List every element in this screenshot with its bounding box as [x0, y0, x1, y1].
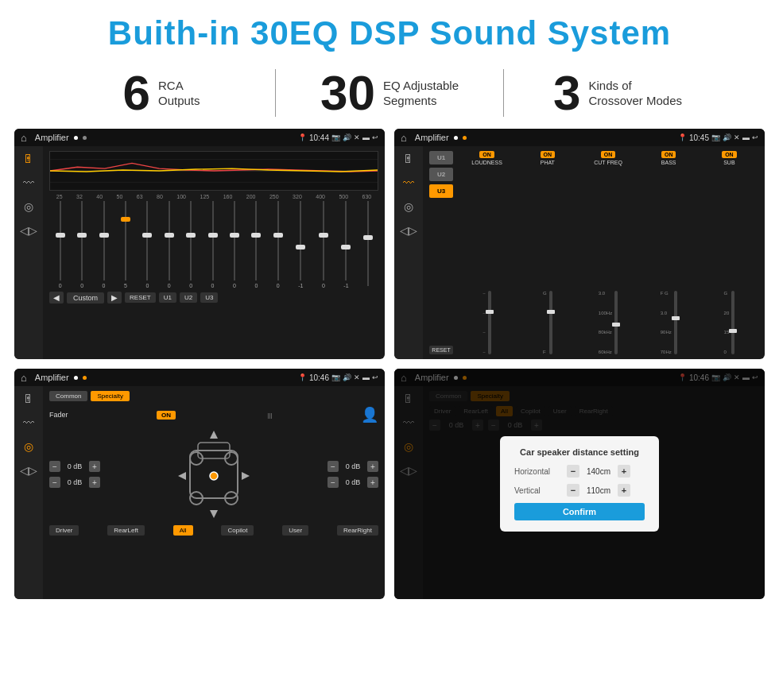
fader-minus-3[interactable]: − [327, 461, 339, 472]
xover-loudness-label: LOUDNESS [471, 160, 502, 165]
dialog-vertical-row: Vertical − 110cm + [514, 484, 645, 497]
xover-cutfreq-on[interactable]: ON [601, 151, 616, 158]
fader-db-val-4: 0 dB [342, 478, 364, 486]
back-icon-fader[interactable]: ↩ [372, 373, 378, 381]
xover-phat-track[interactable] [549, 291, 552, 354]
xover-sub-on[interactable]: ON [722, 151, 737, 158]
back-icon-xover[interactable]: ↩ [752, 133, 758, 141]
fader-tab-specialty[interactable]: Specialty [91, 391, 129, 401]
dialog-title: Car speaker distance setting [514, 447, 645, 457]
fader-all-button[interactable]: All [173, 525, 193, 536]
eq-slider-1[interactable]: 0 [59, 201, 62, 288]
eq-slider-3[interactable]: 0 [103, 201, 106, 288]
eq-slider-4[interactable]: 5 [124, 201, 127, 288]
nav-wave-icon[interactable]: 〰 [23, 176, 34, 189]
xover-bass-on[interactable]: ON [661, 151, 676, 158]
fader-tab-common[interactable]: Common [49, 391, 87, 401]
nav-eq-icon-xover[interactable]: 🎚 [403, 153, 414, 165]
dialog-horizontal-minus[interactable]: − [567, 465, 579, 478]
eq-reset-button[interactable]: RESET [125, 292, 156, 303]
nav-vol-icon-xover[interactable]: ◁▷ [400, 224, 417, 237]
xover-u3-button[interactable]: U3 [429, 184, 453, 198]
fader-minus-4[interactable]: − [327, 477, 339, 488]
xover-reset-button[interactable]: RESET [429, 346, 453, 354]
fader-car-area [107, 427, 321, 522]
camera-icon-eq: 📷 [331, 133, 340, 141]
eq-slider-12[interactable]: -1 [298, 201, 303, 288]
eq-u1-button[interactable]: U1 [159, 292, 176, 303]
app-label-eq: Amplifier [35, 133, 69, 142]
eq-u2-button[interactable]: U2 [180, 292, 197, 303]
xover-bass-thumb[interactable] [672, 316, 680, 320]
nav-eq-icon[interactable]: 🎚 [23, 153, 34, 165]
xover-phat-on[interactable]: ON [541, 151, 556, 158]
status-dot-eq [74, 136, 78, 140]
fader-rearright-button[interactable]: RearRight [337, 525, 378, 536]
dialog-horizontal-plus[interactable]: + [618, 465, 630, 478]
eq-slider-11[interactable]: 0 [277, 201, 280, 288]
eq-u3-button[interactable]: U3 [200, 292, 218, 303]
xover-sub-track[interactable] [731, 291, 734, 354]
eq-slider-5[interactable]: 0 [145, 201, 149, 288]
fader-plus-4[interactable]: + [367, 477, 378, 488]
eq-graph [49, 151, 378, 191]
fader-minus-2[interactable]: − [49, 477, 60, 488]
fader-plus-1[interactable]: + [89, 461, 100, 472]
xover-sub-thumb[interactable] [729, 329, 737, 333]
eq-slider-10[interactable]: 0 [254, 201, 258, 288]
xover-u1-button[interactable]: U1 [429, 151, 453, 164]
nav-speaker-icon[interactable]: ◎ [24, 200, 33, 213]
location-icon-fader: 📍 [298, 373, 307, 381]
nav-speaker-icon-xover[interactable]: ◎ [404, 200, 413, 213]
eq-slider-14[interactable]: -1 [343, 201, 348, 288]
xover-cutfreq-thumb[interactable] [612, 323, 620, 327]
stat-rca-number: 6 [122, 68, 149, 118]
dialog-vertical-plus[interactable]: + [618, 484, 630, 497]
fader-plus-2[interactable]: + [89, 477, 100, 488]
eq-next-button[interactable]: ▶ [107, 292, 122, 304]
xover-loudness-slider: ~~~~ [458, 167, 516, 354]
eq-slider-7[interactable]: 0 [189, 201, 192, 288]
nav-speaker-icon-fader[interactable]: ◎ [24, 440, 33, 453]
stat-crossover: 3 Kinds of Crossover Modes [504, 68, 731, 118]
nav-wave-icon-fader[interactable]: 〰 [23, 416, 34, 429]
fader-rearleft-button[interactable]: RearLeft [107, 525, 145, 536]
eq-slider-15[interactable] [367, 201, 369, 288]
back-icon-eq[interactable]: ↩ [372, 133, 378, 141]
eq-slider-9[interactable]: 0 [233, 201, 236, 288]
confirm-button[interactable]: Confirm [514, 503, 645, 520]
fader-minus-1[interactable]: − [49, 461, 60, 472]
xover-loudness-on[interactable]: ON [479, 151, 494, 158]
fader-copilot-button[interactable]: Copilot [221, 525, 254, 536]
nav-vol-icon-fader[interactable]: ◁▷ [20, 464, 37, 477]
eq-slider-6[interactable]: 0 [168, 201, 171, 288]
eq-slider-2[interactable]: 0 [80, 201, 83, 288]
xover-bass-label: BASS [661, 160, 676, 165]
fader-db-row-3: − 0 dB + [327, 461, 378, 472]
xover-phat-thumb[interactable] [547, 310, 555, 314]
xover-loudness-thumb[interactable] [486, 310, 494, 314]
fader-user-button[interactable]: User [282, 525, 308, 536]
home-icon-eq[interactable]: ⌂ [21, 132, 27, 144]
xover-loudness-track[interactable] [488, 291, 491, 354]
eq-prev-button[interactable]: ◀ [49, 292, 64, 304]
eq-slider-8[interactable]: 0 [211, 201, 215, 288]
nav-wave-icon-xover[interactable]: 〰 [403, 176, 414, 189]
fader-on-button[interactable]: ON [157, 411, 176, 420]
xover-phat-label: PHAT [541, 160, 555, 165]
dialog-vertical-minus[interactable]: − [567, 484, 579, 497]
home-icon-fader[interactable]: ⌂ [21, 372, 27, 384]
xover-phat-scale: G F [543, 291, 547, 354]
xover-bass-track[interactable] [674, 291, 677, 354]
eq-graph-svg [50, 152, 378, 190]
xover-cutfreq-track[interactable] [614, 291, 618, 354]
nav-vol-icon[interactable]: ◁▷ [20, 224, 37, 237]
nav-eq-icon-fader[interactable]: 🎚 [23, 393, 34, 405]
fader-driver-button[interactable]: Driver [49, 525, 79, 536]
eq-slider-13[interactable]: 0 [322, 201, 325, 288]
dialog-horizontal-label: Horizontal [514, 467, 562, 476]
home-icon-xover[interactable]: ⌂ [401, 132, 407, 144]
xover-u2-button[interactable]: U2 [429, 168, 453, 181]
fader-plus-3[interactable]: + [367, 461, 378, 472]
screen-crossover: ⌂ Amplifier 📍 10:45 📷 🔊 ✕ ▬ ↩ 🎚 〰 ◎ ◁▷ [394, 129, 765, 359]
